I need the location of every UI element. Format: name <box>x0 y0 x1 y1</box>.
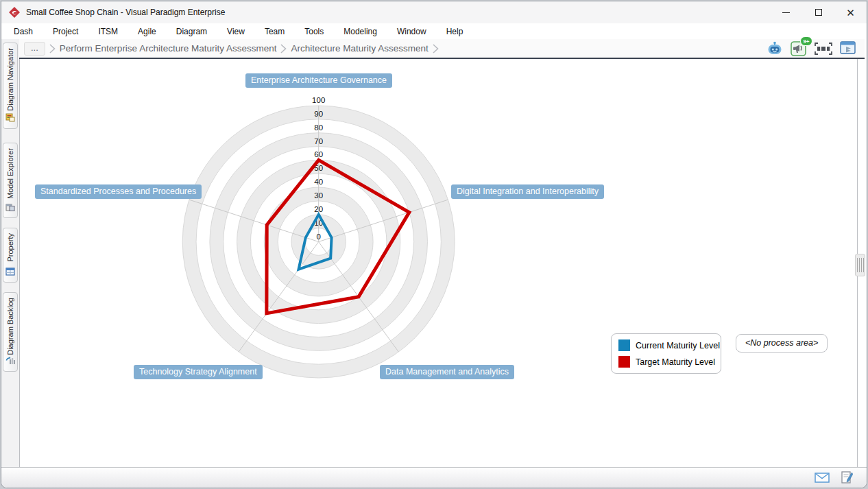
announcements-megaphone-icon[interactable]: 9+ <box>791 40 807 56</box>
legend-swatch <box>618 356 630 368</box>
menu-item-itsm[interactable]: ITSM <box>98 27 118 36</box>
radar-axis-label-enterprise-architecture-governance[interactable]: Enterprise Architecture Governance <box>245 73 392 88</box>
breadcrumb: ...Perform Enterprise Architecture Matur… <box>19 42 767 56</box>
radar-chart[interactable]: 0102030405060708090100 <box>20 59 858 468</box>
panel-layout-icon[interactable] <box>840 41 856 56</box>
radar-axis-label-data-management-and-analytics[interactable]: Data Management and Analytics <box>380 365 514 379</box>
legend-item-target-maturity-level: Target Maturity Level <box>618 356 714 368</box>
breadcrumb-chevron-icon <box>432 43 439 54</box>
radar-tick-label: 60 <box>314 150 323 158</box>
minimize-button[interactable] <box>770 1 802 23</box>
breadcrumb-item-0[interactable]: Perform Enterprise Architecture Maturity… <box>60 43 277 53</box>
menu-item-view[interactable]: View <box>227 27 245 36</box>
menu-item-tools[interactable]: Tools <box>304 27 324 36</box>
menu-item-modeling[interactable]: Modeling <box>343 27 377 36</box>
radar-tick-label: 70 <box>314 137 323 145</box>
app-window: Small Coffee Shop Chain - Visual Paradig… <box>1 1 867 488</box>
legend-item-current-maturity-level: Current Maturity Level <box>618 339 714 351</box>
legend-label: Current Maturity Level <box>636 341 720 350</box>
window-title: Small Coffee Shop Chain - Visual Paradig… <box>26 8 225 17</box>
toolbar-row: ...Perform Enterprise Architecture Matur… <box>19 39 865 59</box>
property-icon <box>5 266 15 278</box>
toolbar-icons: 9+ <box>767 40 856 56</box>
menu-bar: DashProjectITSMAgileDiagramViewTeamTools… <box>1 23 867 39</box>
process-area-box[interactable]: <No process area> <box>736 334 828 353</box>
breadcrumb-item-1[interactable]: Architecture Maturity Assessment <box>291 43 428 53</box>
radar-tick-label: 40 <box>314 178 323 186</box>
breadcrumb-chevron-icon <box>280 43 287 54</box>
menu-item-team[interactable]: Team <box>265 27 285 36</box>
sidebar-tab-label: Diagram Backlog <box>6 298 14 355</box>
radar-tick-label: 0 <box>316 232 320 241</box>
mail-icon[interactable] <box>815 473 830 483</box>
sidebar-tab-label: Property <box>6 233 14 262</box>
radar-axis-label-standardized-processes-and-procedures[interactable]: Standardized Processes and Procedures <box>35 184 202 199</box>
compose-note-icon[interactable] <box>841 471 853 484</box>
status-bar <box>1 467 867 488</box>
breadcrumb-chevron-icon <box>49 43 56 54</box>
minimize-icon <box>782 12 790 13</box>
legend-swatch <box>618 339 630 351</box>
titlebar: Small Coffee Shop Chain - Visual Paradig… <box>1 1 867 23</box>
breadcrumb-ellipsis[interactable]: ... <box>24 42 45 56</box>
left-dock: Diagram NavigatorModel ExplorerPropertyD… <box>1 39 19 467</box>
menu-item-window[interactable]: Window <box>397 27 426 36</box>
sidebar-tab-label: Diagram Navigator <box>6 48 14 111</box>
model-explorer-icon <box>5 202 15 214</box>
radar-tick-label: 90 <box>314 110 323 118</box>
close-icon: ✕ <box>846 8 855 18</box>
sidebar-tab-diagram-backlog[interactable]: Diagram Backlog <box>3 292 18 372</box>
menu-item-diagram[interactable]: Diagram <box>176 27 207 36</box>
ai-assistant-robot-icon[interactable] <box>767 41 783 56</box>
sidebar-tab-diagram-navigator[interactable]: Diagram Navigator <box>3 43 18 129</box>
visual-paradigm-logo-icon <box>9 7 20 18</box>
legend-label: Target Maturity Level <box>636 357 715 367</box>
menu-item-help[interactable]: Help <box>446 27 463 36</box>
menu-item-dash[interactable]: Dash <box>14 27 33 36</box>
radar-tick-label: 100 <box>312 96 325 104</box>
diagram-canvas[interactable]: 0102030405060708090100 Enterprise Archit… <box>19 59 858 470</box>
sidebar-tab-label: Model Explorer <box>6 148 14 199</box>
diagram-bounds-icon[interactable] <box>815 43 832 55</box>
diagram-backlog-icon <box>5 355 15 368</box>
maximize-button[interactable] <box>802 1 834 23</box>
announcements-count-badge: 9+ <box>800 36 812 46</box>
sidebar-tab-model-explorer[interactable]: Model Explorer <box>3 143 18 218</box>
window-controls: ✕ <box>770 1 867 23</box>
radar-tick-label: 30 <box>314 191 323 200</box>
menu-item-project[interactable]: Project <box>53 27 78 36</box>
menu-item-agile[interactable]: Agile <box>138 27 156 36</box>
radar-axis-label-technology-strategy-alignment[interactable]: Technology Strategy Alignment <box>134 365 263 379</box>
chart-legend[interactable]: Current Maturity LevelTarget Maturity Le… <box>611 333 721 374</box>
maximize-icon <box>815 9 822 16</box>
panel-splitter-gripper[interactable] <box>855 254 865 276</box>
close-button[interactable]: ✕ <box>834 1 867 23</box>
diagram-navigator-icon <box>5 112 15 125</box>
sidebar-tab-property[interactable]: Property <box>3 228 18 283</box>
radar-tick-label: 80 <box>314 123 323 132</box>
radar-axis-label-digital-integration-and-interoperability[interactable]: Digital Integration and Interoperability <box>451 184 604 199</box>
